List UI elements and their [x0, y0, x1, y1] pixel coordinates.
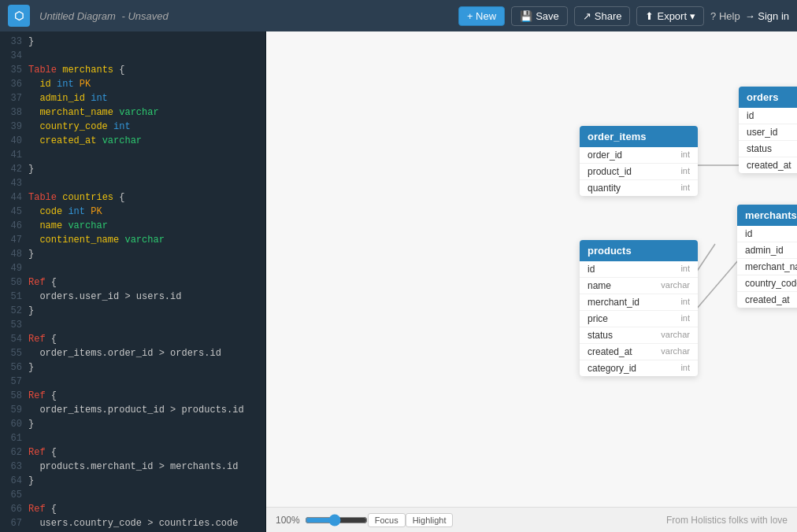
code-line: 52}	[0, 304, 265, 318]
code-line: 40 created_at varchar	[0, 134, 265, 148]
app-logo: ⬡	[8, 5, 30, 27]
save-button[interactable]: 💾 Save	[511, 6, 568, 26]
code-line: 51 orders.user_id > users.id	[0, 290, 265, 304]
save-icon: 💾	[520, 10, 532, 22]
highlight-button[interactable]: Highlight	[406, 513, 454, 527]
code-line: 60}	[0, 417, 265, 431]
table-row: created_atvarchar	[737, 292, 797, 308]
code-line: 42}	[0, 162, 265, 176]
zoom-slider[interactable]	[305, 514, 368, 526]
main-layout: 33} 34 35Table merchants { 36 id int PK …	[0, 31, 797, 532]
table-row: priceint	[580, 311, 698, 327]
code-panel[interactable]: 33} 34 35Table merchants { 36 id int PK …	[0, 31, 266, 532]
code-line: 56}	[0, 360, 265, 375]
table-row: created_atvarchar	[580, 344, 698, 360]
table-order-items-header: order_items	[580, 126, 698, 147]
title-text: Untitled Diagram	[39, 10, 116, 22]
table-order-items[interactable]: order_items order_idint product_idint qu…	[580, 126, 698, 196]
share-icon: ↗	[583, 10, 591, 22]
code-line: 45 code int PK	[0, 205, 265, 219]
code-line: 65	[0, 488, 265, 502]
code-line: 67 users.country_code > countries.code	[0, 516, 265, 530]
table-row: quantityint	[580, 180, 698, 196]
table-row: admin_idint	[737, 242, 797, 259]
export-button[interactable]: ⬆ Export ▾	[636, 6, 704, 26]
code-line: 64}	[0, 474, 265, 488]
table-orders-header: orders	[739, 87, 797, 108]
table-row: idint	[739, 108, 797, 124]
unsaved-indicator: - Unsaved	[121, 10, 168, 22]
table-row: user_idint	[739, 124, 797, 141]
code-line: 66Ref {	[0, 502, 265, 516]
code-line: 61	[0, 431, 265, 445]
zoom-level: 100%	[276, 515, 300, 526]
code-line: 37 admin_id int	[0, 91, 265, 105]
code-line: 43	[0, 176, 265, 190]
export-chevron-icon: ▾	[690, 10, 695, 22]
focus-button[interactable]: Focus	[368, 513, 406, 527]
svg-line-3	[691, 260, 739, 315]
document-title: Untitled Diagram - Unsaved	[36, 10, 452, 22]
canvas-footer: 100% Focus Highlight From Holistics folk…	[266, 507, 797, 532]
table-row: created_atvarchar	[739, 157, 797, 173]
code-line: 41	[0, 148, 265, 162]
code-line: 47 continent_name varchar	[0, 233, 265, 247]
table-merchants-header: merchants	[737, 205, 797, 226]
code-line: 59 order_items.product_id > products.id	[0, 403, 265, 417]
header-right-actions: ? Help → Sign in	[710, 10, 789, 22]
table-row: idint	[580, 261, 698, 278]
table-row: statusvarchar	[739, 141, 797, 157]
table-products[interactable]: products idint namevarchar merchant_idin…	[580, 240, 698, 376]
table-row: merchant_namevarchar	[737, 259, 797, 275]
table-row: merchant_idint	[580, 294, 698, 311]
code-line: 35Table merchants {	[0, 63, 265, 77]
code-line: 57	[0, 375, 265, 389]
code-line: 63 products.merchant_id > merchants.id	[0, 460, 265, 474]
code-line: 53	[0, 318, 265, 332]
code-line: 62Ref {	[0, 445, 265, 460]
code-line: 39 country_code int	[0, 120, 265, 134]
footer-credit: From Holistics folks with love	[666, 515, 788, 526]
code-line: 49	[0, 261, 265, 275]
table-row: product_idint	[580, 164, 698, 180]
new-button[interactable]: + New	[458, 6, 505, 26]
signin-icon: →	[745, 10, 755, 22]
code-line: 34	[0, 49, 265, 63]
code-line: 48}	[0, 247, 265, 261]
code-line: 46 name varchar	[0, 219, 265, 233]
table-row: statusvarchar	[580, 327, 698, 344]
diagram-canvas[interactable]: orders idint user_idint statusvarchar cr…	[266, 31, 797, 532]
table-row: idint	[737, 226, 797, 242]
code-line: 54Ref {	[0, 332, 265, 346]
table-orders[interactable]: orders idint user_idint statusvarchar cr…	[739, 87, 797, 173]
help-button[interactable]: ? Help	[710, 10, 740, 22]
header: ⬡ Untitled Diagram - Unsaved + New 💾 Sav…	[0, 0, 797, 31]
code-line: 44Table countries {	[0, 190, 265, 205]
table-row: order_idint	[580, 147, 698, 164]
zoom-controls: 100%	[276, 514, 368, 526]
table-row: category_idint	[580, 360, 698, 376]
table-row: country_codeint	[737, 275, 797, 292]
table-merchants[interactable]: merchants idint admin_idint merchant_nam…	[737, 205, 797, 308]
code-line: 58Ref {	[0, 389, 265, 403]
code-line: 38 merchant_name varchar	[0, 105, 265, 120]
code-line: 50Ref {	[0, 275, 265, 290]
code-line: 33}	[0, 35, 265, 49]
code-line: 55 order_items.order_id > orders.id	[0, 346, 265, 360]
code-line: 36 id int PK	[0, 77, 265, 91]
export-icon: ⬆	[645, 10, 654, 22]
signin-button[interactable]: → Sign in	[745, 10, 789, 22]
connector-lines	[266, 31, 797, 532]
share-button[interactable]: ↗ Share	[574, 6, 631, 26]
table-row: namevarchar	[580, 278, 698, 294]
table-products-header: products	[580, 240, 698, 261]
